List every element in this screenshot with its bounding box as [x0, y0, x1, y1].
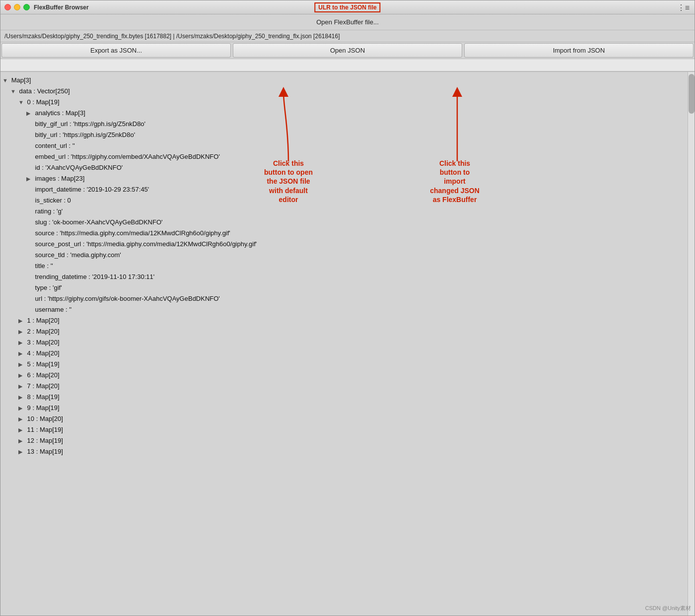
tree-node[interactable]: ▶ 13 : Map[19] — [0, 446, 688, 457]
tree-node[interactable]: content_url : '' — [0, 140, 688, 151]
node-label: rating : 'g' — [33, 207, 63, 215]
tree-node[interactable]: trending_datetime : '2019-11-10 17:30:11… — [0, 272, 688, 282]
open-file-bar: Open FlexBuffer file... — [0, 14, 695, 30]
tree-node[interactable]: ▶ 1 : Map[20] — [0, 315, 688, 326]
tree-root[interactable]: ▼ Map[3] — [0, 75, 688, 86]
tree-node[interactable]: ▶ 2 : Map[20] — [0, 326, 688, 337]
node-label: bitly_url : 'https://gph.is/g/Z5nkD8o' — [33, 131, 135, 138]
expand-arrow[interactable]: ▼ — [10, 86, 17, 97]
expand-arrow[interactable]: ▶ — [18, 424, 25, 435]
node-label: 1 : Map[20] — [25, 317, 60, 324]
node-label: 12 : Map[19] — [25, 437, 63, 444]
tree-node[interactable]: embed_url : 'https://giphy.com/embed/XAa… — [0, 151, 688, 162]
node-label: 8 : Map[19] — [25, 393, 60, 401]
tree-node[interactable]: ▶ analytics : Map[3] — [0, 108, 688, 119]
node-label: id : 'XAahcVQAyGeBdDKNFO' — [33, 164, 123, 171]
tree-node[interactable]: ▶ 3 : Map[20] — [0, 337, 688, 348]
node-label: images : Map[23] — [33, 175, 84, 182]
tree-node[interactable]: username : '' — [0, 304, 688, 315]
action-buttons-bar: Export as JSON... Open JSON Import from … — [0, 42, 695, 59]
node-label: username : '' — [33, 306, 71, 313]
node-label: 10 : Map[20] — [25, 415, 63, 422]
expand-arrow[interactable]: ▼ — [18, 97, 25, 108]
tree-node[interactable]: ▶ 12 : Map[19] — [0, 435, 688, 446]
expand-arrow[interactable]: ▶ — [18, 315, 25, 326]
expand-arrow[interactable]: ▶ — [18, 403, 25, 413]
expand-arrow[interactable]: ▶ — [18, 337, 25, 348]
search-bar — [0, 59, 695, 72]
node-label: analytics : Map[3] — [33, 109, 85, 117]
expand-arrow[interactable]: ▶ — [26, 173, 33, 184]
export-json-button[interactable]: Export as JSON... — [1, 43, 231, 58]
expand-arrow[interactable]: ▶ — [18, 435, 25, 446]
tree-node[interactable]: rating : 'g' — [0, 206, 688, 217]
node-label: url : 'https://giphy.com/gifs/ok-boomer-… — [33, 295, 220, 302]
node-label: 9 : Map[19] — [25, 404, 60, 411]
node-label: data : Vector[250] — [17, 87, 70, 95]
tree-node[interactable]: source_tld : 'media.giphy.com' — [0, 250, 688, 261]
open-json-button[interactable]: Open JSON — [233, 43, 462, 58]
tree-node[interactable]: ▶ 6 : Map[20] — [0, 370, 688, 381]
tree-node[interactable]: slug : 'ok-boomer-XAahcVQAyGeBdDKNFO' — [0, 217, 688, 228]
main-area: ▼ Map[3] ▼ data : Vector[250]▼ 0 : Map[1… — [0, 72, 695, 616]
tree-node[interactable]: ▶ 8 : Map[19] — [0, 392, 688, 403]
tree-node[interactable]: ▶ 9 : Map[19] — [0, 403, 688, 413]
minimize-button[interactable] — [14, 4, 20, 10]
tree-node[interactable]: source : 'https://media.giphy.com/media/… — [0, 228, 688, 239]
tree-node[interactable]: source_post_url : 'https://media.giphy.c… — [0, 239, 688, 250]
tree-node[interactable]: ▶ images : Map[23] — [0, 173, 688, 184]
main-window: FlexBuffer Browser ULR to the JSON file … — [0, 0, 695, 616]
expand-arrow[interactable]: ▼ — [2, 75, 9, 86]
tree-area[interactable]: ▼ Map[3] ▼ data : Vector[250]▼ 0 : Map[1… — [0, 72, 688, 616]
open-flexbuffer-button[interactable]: Open FlexBuffer file... — [316, 18, 379, 26]
tree-node[interactable]: ▶ 10 : Map[20] — [0, 413, 688, 424]
node-label: 11 : Map[19] — [25, 426, 63, 433]
tree-node[interactable]: ▶ 5 : Map[19] — [0, 359, 688, 370]
node-label: source : 'https://media.giphy.com/media/… — [33, 229, 230, 237]
tree-node[interactable]: is_sticker : 0 — [0, 195, 688, 206]
tree-node[interactable]: id : 'XAahcVQAyGeBdDKNFO' — [0, 162, 688, 173]
node-label: content_url : '' — [33, 142, 75, 149]
tree-node[interactable]: ▶ 7 : Map[20] — [0, 381, 688, 392]
file-path-bar: /Users/mzaks/Desktop/giphy_250_trending_… — [0, 30, 695, 42]
menu-icon[interactable]: ⋮≡ — [677, 2, 690, 12]
tree-node[interactable]: bitly_gif_url : 'https://gph.is/g/Z5nkD8… — [0, 119, 688, 130]
expand-arrow[interactable]: ▶ — [18, 348, 25, 359]
app-title: FlexBuffer Browser — [34, 4, 89, 11]
node-label: 3 : Map[20] — [25, 339, 60, 346]
expand-arrow[interactable]: ▶ — [18, 413, 25, 424]
close-button[interactable] — [4, 4, 11, 10]
import-json-button[interactable]: Import from JSON — [464, 43, 694, 58]
expand-arrow[interactable]: ▶ — [18, 381, 25, 392]
tree-node[interactable]: import_datetime : '2019-10-29 23:57:45' — [0, 184, 688, 195]
expand-arrow[interactable]: ▶ — [26, 108, 33, 119]
maximize-button[interactable] — [23, 4, 30, 10]
expand-arrow[interactable]: ▶ — [18, 326, 25, 337]
node-label: import_datetime : '2019-10-29 23:57:45' — [33, 186, 149, 193]
node-label: is_sticker : 0 — [33, 197, 71, 204]
title-bar: FlexBuffer Browser ULR to the JSON file … — [0, 0, 695, 14]
scrollbar-thumb[interactable] — [689, 74, 695, 114]
vertical-scrollbar[interactable] — [688, 72, 695, 616]
node-label: 13 : Map[19] — [25, 448, 63, 455]
tree-node[interactable]: ▶ 11 : Map[19] — [0, 424, 688, 435]
search-input[interactable] — [0, 59, 695, 71]
expand-arrow[interactable]: ▶ — [18, 392, 25, 403]
node-label: 4 : Map[20] — [25, 349, 60, 357]
expand-arrow[interactable]: ▶ — [18, 370, 25, 381]
node-label: 7 : Map[20] — [25, 382, 60, 390]
node-label: embed_url : 'https://giphy.com/embed/XAa… — [33, 153, 220, 160]
node-label: 6 : Map[20] — [25, 371, 60, 379]
tree-node[interactable]: type : 'gif' — [0, 282, 688, 293]
expand-arrow[interactable]: ▶ — [18, 446, 25, 457]
tree-node[interactable]: url : 'https://giphy.com/gifs/ok-boomer-… — [0, 293, 688, 304]
tree-nodes: ▼ data : Vector[250]▼ 0 : Map[19]▶ analy… — [0, 86, 688, 457]
expand-arrow[interactable]: ▶ — [18, 359, 25, 370]
tree-node[interactable]: title : '' — [0, 261, 688, 272]
node-label: slug : 'ok-boomer-XAahcVQAyGeBdDKNFO' — [33, 218, 163, 226]
tree-node[interactable]: ▶ 4 : Map[20] — [0, 348, 688, 359]
tree-node[interactable]: ▼ 0 : Map[19] — [0, 97, 688, 108]
file-path-text: /Users/mzaks/Desktop/giphy_250_trending_… — [4, 33, 340, 40]
tree-node[interactable]: bitly_url : 'https://gph.is/g/Z5nkD8o' — [0, 130, 688, 140]
tree-node[interactable]: ▼ data : Vector[250] — [0, 86, 688, 97]
